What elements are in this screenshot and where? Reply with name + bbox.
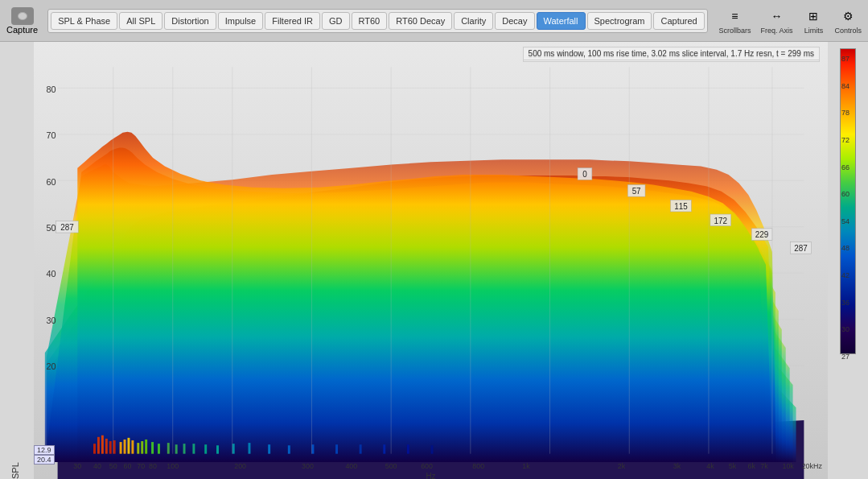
svg-text:287: 287: [60, 223, 74, 232]
value-12-9: 12.9: [34, 445, 55, 455]
scale-label-54: 54: [816, 217, 853, 225]
tab-spectrogram[interactable]: Spectrogram: [587, 12, 652, 30]
svg-rect-36: [151, 442, 154, 454]
color-scale: 87 84 78 72 66 60 54 48 42 36 30 27: [828, 42, 868, 479]
tab-rt60-decay[interactable]: RT60 Decay: [389, 12, 452, 30]
limits-label: Limits: [804, 27, 824, 35]
scale-label-60: 60: [816, 190, 853, 198]
scale-label-84: 84: [816, 82, 853, 90]
svg-text:20kHz: 20kHz: [802, 462, 823, 470]
svg-text:60: 60: [124, 462, 132, 470]
tab-impulse[interactable]: Impulse: [218, 12, 264, 30]
svg-rect-44: [232, 444, 235, 454]
svg-text:30: 30: [73, 462, 81, 470]
scale-label-78: 78: [816, 109, 853, 117]
value-20-4: 20.4: [34, 455, 55, 465]
svg-rect-28: [113, 440, 116, 454]
svg-text:287: 287: [794, 244, 808, 253]
tab-captured[interactable]: Captured: [653, 12, 704, 30]
svg-text:4k: 4k: [706, 462, 714, 470]
svg-rect-34: [141, 441, 143, 454]
svg-text:40: 40: [93, 462, 101, 470]
tab-waterfall[interactable]: Waterfall: [537, 12, 586, 30]
y-axis-label: SPL: [10, 69, 23, 479]
tab-filtered-ir[interactable]: Filtered IR: [265, 12, 320, 30]
chart-container[interactable]: 500 ms window, 100 ms rise time, 3.02 ms…: [34, 42, 828, 479]
svg-text:Hz: Hz: [426, 472, 435, 479]
svg-rect-53: [431, 445, 434, 453]
scale-labels: 87 84 78 72 66 60 54 48 42 36 30 27: [816, 55, 853, 361]
scale-label-27: 27: [816, 353, 853, 361]
scale-label-72: 72: [816, 136, 853, 144]
svg-rect-45: [248, 443, 250, 454]
tab-gd[interactable]: GD: [322, 12, 350, 30]
svg-text:57: 57: [632, 187, 641, 196]
svg-rect-25: [101, 436, 104, 454]
camera-icon: [11, 7, 34, 25]
toolbar-btn-scrollbars[interactable]: ≡ Scrollbars: [718, 7, 751, 35]
svg-text:0: 0: [582, 170, 587, 179]
svg-text:80: 80: [149, 462, 157, 470]
svg-text:80: 80: [47, 84, 56, 93]
svg-text:70: 70: [137, 462, 145, 470]
tab-group: SPL & PhaseAll SPLDistortionImpulseFilte…: [47, 9, 708, 33]
svg-rect-46: [268, 444, 270, 453]
tab-distortion[interactable]: Distortion: [164, 12, 216, 30]
svg-text:30: 30: [47, 316, 56, 325]
svg-rect-51: [383, 444, 385, 453]
svg-text:800: 800: [472, 462, 484, 470]
tab-rt60[interactable]: RT60: [352, 12, 388, 30]
y-axis-area: SPL: [0, 42, 34, 479]
toolbar-btn-limits[interactable]: ⊞ Limits: [802, 7, 825, 35]
svg-rect-48: [311, 444, 314, 453]
svg-rect-38: [167, 443, 170, 454]
svg-rect-40: [183, 444, 186, 454]
controls-label: Controls: [834, 27, 862, 35]
scrollbars-label: Scrollbars: [718, 27, 751, 35]
svg-rect-42: [204, 444, 207, 453]
svg-text:200: 200: [234, 462, 246, 470]
svg-rect-30: [124, 440, 126, 454]
svg-text:10k: 10k: [783, 462, 795, 470]
svg-rect-27: [109, 441, 112, 454]
svg-text:20: 20: [47, 361, 56, 371]
svg-rect-43: [216, 445, 219, 453]
tab-clarity[interactable]: Clarity: [454, 12, 493, 30]
svg-rect-39: [175, 444, 178, 453]
svg-rect-23: [93, 444, 96, 454]
svg-text:172: 172: [714, 216, 728, 225]
tab-spl-phase[interactable]: SPL & Phase: [51, 12, 117, 30]
scale-label-30: 30: [816, 325, 853, 333]
svg-text:50: 50: [47, 223, 56, 233]
tab-decay[interactable]: Decay: [495, 12, 534, 30]
svg-rect-37: [158, 444, 160, 454]
toolbar-btn-freq-axis[interactable]: ↔ Freq. Axis: [760, 7, 792, 35]
svg-text:50: 50: [109, 462, 117, 470]
svg-rect-32: [131, 440, 134, 454]
svg-text:400: 400: [345, 462, 357, 470]
svg-text:115: 115: [674, 202, 688, 211]
svg-rect-29: [120, 442, 122, 454]
capture-button[interactable]: Capture: [6, 7, 38, 35]
svg-rect-31: [127, 438, 130, 454]
toolbar-btn-controls[interactable]: ⚙ Controls: [834, 7, 862, 35]
svg-rect-35: [145, 440, 147, 454]
svg-text:40: 40: [47, 269, 56, 279]
tab-all-spl[interactable]: All SPL: [119, 12, 162, 30]
scale-area: 87 84 78 72 66 60 54 48 42 36 30 27: [840, 48, 856, 354]
svg-rect-33: [137, 443, 139, 454]
svg-text:1k: 1k: [522, 462, 530, 470]
svg-text:60: 60: [47, 176, 56, 186]
freq-axis-icon: ↔: [765, 7, 788, 25]
main-area: SPL 500 ms window, 100 ms rise time, 3.0…: [0, 42, 868, 479]
svg-text:229: 229: [755, 230, 769, 239]
svg-text:3k: 3k: [673, 462, 681, 470]
capture-label: Capture: [6, 25, 38, 35]
svg-rect-24: [97, 437, 100, 454]
svg-text:300: 300: [302, 462, 314, 470]
scale-label-36: 36: [816, 299, 853, 307]
limits-icon: ⊞: [802, 7, 825, 25]
scale-label-42: 42: [816, 271, 853, 279]
svg-text:100: 100: [167, 462, 179, 470]
scale-label-66: 66: [816, 163, 853, 171]
